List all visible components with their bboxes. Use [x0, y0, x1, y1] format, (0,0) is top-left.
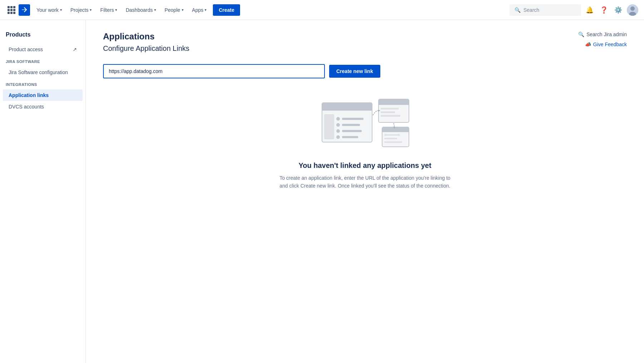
empty-title: You haven't linked any applications yet — [298, 161, 431, 170]
svg-rect-19 — [381, 111, 395, 113]
main-content: Applications Configure Application Links… — [86, 20, 644, 363]
svg-rect-17 — [379, 103, 409, 105]
search-admin-icon: 🔍 — [578, 32, 584, 37]
search-box[interactable]: 🔍 Search — [509, 4, 581, 16]
svg-rect-20 — [381, 115, 400, 117]
admin-search-link[interactable]: 🔍 Search Jira admin — [578, 32, 627, 37]
empty-state: You haven't linked any applications yet … — [103, 96, 627, 190]
sidebar-item-dvcs-accounts[interactable]: DVCS accounts — [3, 101, 83, 112]
svg-rect-24 — [384, 134, 400, 136]
projects-chevron: ▾ — [90, 8, 92, 12]
notifications-icon[interactable]: 🔔 — [584, 4, 595, 16]
svg-rect-12 — [342, 130, 362, 132]
your-work-chevron: ▾ — [60, 8, 62, 12]
svg-rect-8 — [342, 118, 364, 120]
empty-illustration — [315, 96, 415, 153]
sidebar: Products Product access ↗ Jira Software … — [0, 20, 86, 363]
svg-point-1 — [630, 6, 635, 11]
filters-nav[interactable]: Filters ▾ — [97, 5, 121, 15]
people-nav[interactable]: People ▾ — [161, 5, 187, 15]
page-title: Applications — [103, 32, 627, 42]
filters-chevron: ▾ — [115, 8, 117, 12]
svg-rect-26 — [384, 141, 402, 143]
sidebar-item-product-access[interactable]: Product access ↗ — [3, 44, 83, 55]
people-chevron: ▾ — [182, 8, 184, 12]
apps-nav[interactable]: Apps ▾ — [189, 5, 210, 15]
svg-point-13 — [336, 135, 340, 139]
svg-rect-5 — [322, 109, 372, 111]
feedback-icon: 📣 — [585, 42, 591, 47]
create-new-link-button[interactable]: Create new link — [329, 65, 380, 78]
svg-rect-10 — [342, 124, 360, 126]
svg-point-9 — [336, 123, 340, 127]
sidebar-item-jira-software-config[interactable]: Jira Software configuration — [3, 67, 83, 78]
sidebar-section-integrations: Integrations — [0, 78, 86, 89]
grid-menu-icon[interactable] — [6, 4, 17, 16]
empty-description: To create an application link, enter the… — [279, 174, 451, 190]
url-input[interactable] — [103, 64, 325, 78]
svg-rect-14 — [342, 136, 358, 138]
jira-logo[interactable] — [19, 4, 30, 16]
svg-rect-25 — [384, 138, 397, 139]
svg-rect-18 — [381, 108, 399, 110]
svg-rect-23 — [382, 131, 409, 132]
sidebar-section-jira-software: Jira Software — [0, 55, 86, 67]
give-feedback-link[interactable]: 📣 Give Feedback — [585, 42, 627, 47]
apps-chevron: ▾ — [205, 8, 206, 12]
settings-icon[interactable]: ⚙️ — [613, 4, 624, 16]
dashboards-nav[interactable]: Dashboards ▾ — [122, 5, 160, 15]
svg-point-7 — [336, 117, 340, 121]
create-button[interactable]: Create — [213, 4, 240, 16]
search-icon: 🔍 — [514, 7, 521, 13]
svg-point-11 — [336, 129, 340, 133]
avatar[interactable] — [627, 4, 638, 16]
page-subtitle: Configure Application Links — [103, 44, 627, 53]
sidebar-item-application-links[interactable]: Application links — [3, 89, 83, 101]
sidebar-products-heading: Products — [0, 29, 86, 44]
top-actions: 🔍 Search Jira admin 📣 Give Feedback — [578, 32, 627, 47]
your-work-nav[interactable]: Your work ▾ — [33, 5, 65, 15]
projects-nav[interactable]: Projects ▾ — [67, 5, 96, 15]
search-placeholder: Search — [523, 7, 539, 13]
url-input-row: Create new link — [103, 64, 627, 78]
dashboards-chevron: ▾ — [154, 8, 156, 12]
external-link-icon: ↗ — [73, 47, 77, 52]
help-icon[interactable]: ❓ — [598, 4, 610, 16]
svg-rect-6 — [324, 114, 334, 139]
